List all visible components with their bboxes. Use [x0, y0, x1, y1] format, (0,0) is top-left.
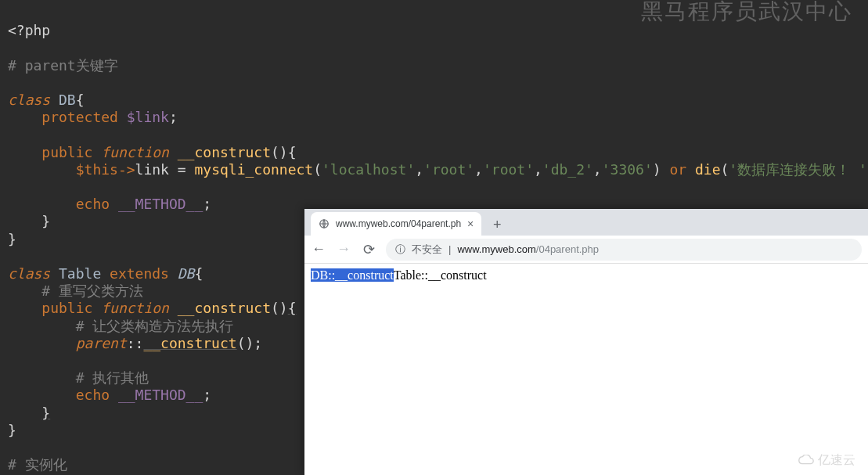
fn-mysqli-connect: mysqli_connect [194, 161, 313, 178]
fn-construct: __construct [178, 144, 271, 160]
comment-exec-other: # 执行其他 [76, 369, 149, 386]
close-icon[interactable]: × [467, 218, 474, 230]
selected-text: DB::__construct [311, 268, 394, 282]
keyword-function: function [101, 144, 169, 160]
page-output-rest: Table::__construct [394, 268, 487, 282]
keyword-public: public [41, 144, 92, 160]
class-db: DB [59, 92, 76, 108]
var-this: $this [76, 161, 118, 178]
php-open-tag: <?php [8, 22, 50, 38]
browser-window: www.myweb.com/04parent.ph × + ← → ⟳ ⓘ 不安… [304, 209, 868, 475]
comment-parent-keyword: # parent关键字 [8, 57, 118, 74]
comment-let-parent: # 让父类构造方法先执行 [76, 318, 234, 334]
back-button[interactable]: ← [311, 241, 326, 257]
var-link: $link [127, 109, 169, 125]
browser-toolbar: ← → ⟳ ⓘ 不安全 | www.myweb.com/04parent.php [304, 236, 868, 264]
browser-tab[interactable]: www.myweb.com/04parent.ph × [311, 212, 481, 236]
address-bar[interactable]: ⓘ 不安全 | www.myweb.com/04parent.php [386, 239, 862, 261]
keyword-or: or [669, 161, 686, 178]
info-icon: ⓘ [395, 243, 405, 257]
keyword-class: class [8, 92, 50, 108]
url-text: www.myweb.com/04parent.php [457, 243, 599, 255]
globe-icon [319, 218, 330, 229]
tab-title: www.myweb.com/04parent.ph [336, 218, 461, 229]
watermark-bottom: 亿速云 [798, 452, 855, 469]
page-content[interactable]: DB::__constructTable::__construct [304, 264, 868, 475]
keyword-parent: parent [76, 335, 127, 351]
browser-tabstrip[interactable]: www.myweb.com/04parent.ph × + [304, 209, 868, 236]
watermark-top: 黑马程序员武汉中心 [641, 0, 852, 27]
new-tab-button[interactable]: + [486, 214, 508, 236]
class-table: Table [59, 265, 101, 282]
magic-method: __METHOD__ [118, 196, 203, 212]
comment-instantiate: # 实例化 [8, 456, 67, 473]
forward-button[interactable]: → [336, 241, 351, 257]
insecure-label: 不安全 [412, 243, 442, 257]
comment-override: # 重写父类方法 [41, 282, 143, 299]
fn-die: die [695, 161, 721, 178]
reload-button[interactable]: ⟳ [361, 241, 376, 258]
keyword-extends: extends [110, 265, 169, 282]
keyword-protected: protected [41, 109, 118, 125]
keyword-echo: echo [76, 196, 110, 212]
